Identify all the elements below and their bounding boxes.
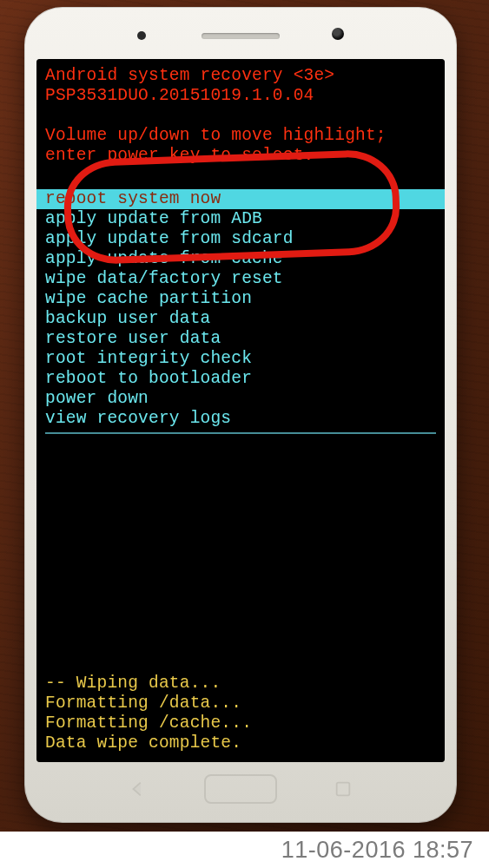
instruction-line-2: enter power key to select. [45,146,436,166]
recovery-log: -- Wiping data... Formatting /data... Fo… [45,674,436,753]
log-line: Data wipe complete. [45,733,436,753]
timestamp-text: 11-06-2016 18:57 [281,837,473,864]
menu-item-wipe-cache[interactable]: wipe cache partition [45,289,436,309]
menu-item-restore-user[interactable]: restore user data [45,329,436,349]
log-line: Formatting /data... [45,694,436,713]
menu-item-view-logs[interactable]: view recovery logs [45,409,436,429]
recovery-build: PSP3531DUO.20151019.1.0.04 [45,86,436,106]
instruction-line-1: Volume up/down to move highlight; [45,126,436,146]
recovery-screen: Android system recovery <3e> PSP3531DUO.… [36,59,445,762]
front-camera [332,28,344,40]
log-line: -- Wiping data... [45,674,436,694]
earpiece [202,33,280,39]
recovery-title: Android system recovery <3e> [45,66,436,86]
menu-item-reboot-system[interactable]: reboot system now [36,189,445,209]
phone-frame: Android system recovery <3e> PSP3531DUO.… [24,7,457,823]
log-line: Formatting /cache... [45,713,436,733]
blank-line [45,106,436,126]
back-icon [129,779,148,799]
menu-item-apply-cache[interactable]: apply update from cache [45,249,436,269]
svg-rect-0 [337,783,350,796]
recovery-menu[interactable]: reboot system now apply update from ADB … [45,189,436,434]
recent-apps-icon [334,779,353,799]
blank-line [45,166,436,186]
home-button [204,774,277,804]
menu-item-reboot-bootldr[interactable]: reboot to bootloader [45,369,436,389]
menu-item-apply-adb[interactable]: apply update from ADB [45,209,436,229]
menu-item-backup-user[interactable]: backup user data [45,309,436,329]
photo-timestamp: 11-06-2016 18:57 [0,832,489,868]
menu-item-power-down[interactable]: power down [45,389,436,409]
menu-item-wipe-data[interactable]: wipe data/factory reset [45,269,436,289]
menu-item-apply-sdcard[interactable]: apply update from sdcard [45,229,436,249]
sensor-dot [137,31,146,40]
menu-item-root-check[interactable]: root integrity check [45,349,436,369]
